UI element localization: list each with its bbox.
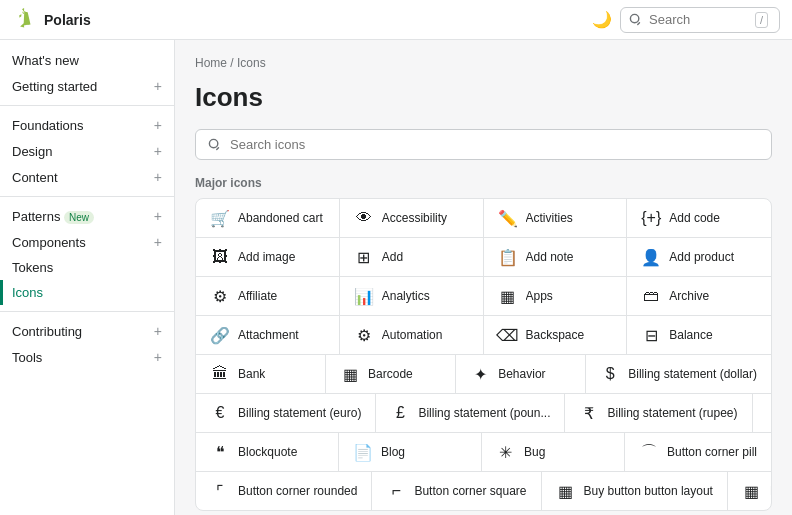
billing-statement-pound-icon: £ [390, 403, 410, 423]
icon-label: Buy button button layout [584, 484, 713, 498]
icon-label: Billing statement (dollar) [628, 367, 757, 381]
sidebar-item-components[interactable]: Components + [0, 229, 174, 255]
icon-label: Abandoned cart [238, 211, 323, 225]
barcode-icon: ▦ [340, 364, 360, 384]
button-corner-pill-icon: ⌒ [639, 442, 659, 462]
icon-cell-button-corner-square[interactable]: ⌐ Button corner square [372, 472, 541, 510]
icon-label: Add note [526, 250, 574, 264]
sidebar-item-contributing[interactable]: Contributing + [0, 318, 174, 344]
sidebar-item-label: Tokens [12, 260, 53, 275]
billing-statement-rupee-icon: ₹ [579, 403, 599, 423]
expand-icon: + [154, 78, 162, 94]
icon-cell-billing-statement-yen[interactable]: ¥ Billing statement (yen) [753, 394, 772, 432]
add-note-icon: 📋 [498, 247, 518, 267]
icon-label: Behavior [498, 367, 545, 381]
sidebar-divider [0, 105, 174, 106]
icon-label: Bank [238, 367, 265, 381]
button-corner-square-icon: ⌐ [386, 481, 406, 501]
icon-cell-billing-statement-dollar[interactable]: $ Billing statement (dollar) [586, 355, 771, 393]
icon-cell-add-note[interactable]: 📋 Add note [484, 238, 628, 276]
sidebar-item-label: Foundations [12, 118, 84, 133]
icon-cell-activities[interactable]: ✏️ Activities [484, 199, 628, 237]
icon-cell-affiliate[interactable]: ⚙ Affiliate [196, 277, 340, 315]
icon-cell-apps[interactable]: ▦ Apps [484, 277, 628, 315]
icon-cell-billing-statement-rupee[interactable]: ₹ Billing statement (rupee) [565, 394, 752, 432]
icon-label: Activities [526, 211, 573, 225]
icon-cell-button-corner-pill[interactable]: ⌒ Button corner pill [625, 433, 771, 471]
sidebar-item-patterns[interactable]: Patterns New + [0, 203, 174, 229]
bank-icon: 🏛 [210, 364, 230, 384]
icon-cell-analytics[interactable]: 📊 Analytics [340, 277, 484, 315]
sidebar-item-design[interactable]: Design + [0, 138, 174, 164]
global-search[interactable]: / [620, 7, 780, 33]
breadcrumb-home[interactable]: Home [195, 56, 227, 70]
sidebar-item-content[interactable]: Content + [0, 164, 174, 190]
blockquote-icon: ❝ [210, 442, 230, 462]
main-content: Home / Icons Icons Major icons 🛒 Abandon… [175, 40, 792, 515]
expand-icon: + [154, 208, 162, 224]
add-code-icon: {+} [641, 208, 661, 228]
icon-cell-button-corner-rounded[interactable]: ⌜ Button corner rounded [196, 472, 372, 510]
icon-label: Billing statement (poun... [418, 406, 550, 420]
icon-cell-billing-statement-pound[interactable]: £ Billing statement (poun... [376, 394, 565, 432]
icon-cell-automation[interactable]: ⚙ Automation [340, 316, 484, 354]
icon-cell-backspace[interactable]: ⌫ Backspace [484, 316, 628, 354]
icon-cell-accessibility[interactable]: 👁 Accessibility [340, 199, 484, 237]
icon-cell-add[interactable]: ⊞ Add [340, 238, 484, 276]
icon-label: Button corner pill [667, 445, 757, 459]
sidebar-item-icons[interactable]: Icons [0, 280, 174, 305]
icons-row: 🛒 Abandoned cart 👁 Accessibility ✏️ Acti… [196, 199, 771, 238]
billing-statement-yen-icon: ¥ [767, 403, 772, 423]
sidebar-item-whats-new[interactable]: What's new [0, 48, 174, 73]
bug-icon: ✳ [496, 442, 516, 462]
icons-row: 🖼 Add image ⊞ Add 📋 Add note 👤 Add produ… [196, 238, 771, 277]
icon-search-input[interactable] [230, 137, 759, 152]
sidebar-item-getting-started[interactable]: Getting started + [0, 73, 174, 99]
icon-cell-add-image[interactable]: 🖼 Add image [196, 238, 340, 276]
icon-label: Add product [669, 250, 734, 264]
icon-label: Add image [238, 250, 295, 264]
icon-search-bar[interactable] [195, 129, 772, 160]
icons-grid: 🛒 Abandoned cart 👁 Accessibility ✏️ Acti… [195, 198, 772, 511]
icon-cell-abandoned-cart[interactable]: 🛒 Abandoned cart [196, 199, 340, 237]
billing-statement-dollar-icon: $ [600, 364, 620, 384]
archive-icon: 🗃 [641, 286, 661, 306]
icon-cell-blockquote[interactable]: ❝ Blockquote [196, 433, 339, 471]
automation-icon: ⚙ [354, 325, 374, 345]
theme-toggle-button[interactable]: 🌙 [592, 10, 612, 29]
icons-row: ⚙ Affiliate 📊 Analytics ▦ Apps 🗃 Archive [196, 277, 771, 316]
icon-cell-bug[interactable]: ✳ Bug [482, 433, 625, 471]
icon-cell-add-code[interactable]: {+} Add code [627, 199, 771, 237]
blog-icon: 📄 [353, 442, 373, 462]
icons-row: 🔗 Attachment ⚙ Automation ⌫ Backspace ⊟ … [196, 316, 771, 355]
icon-label: Analytics [382, 289, 430, 303]
icon-cell-bank[interactable]: 🏛 Bank [196, 355, 326, 393]
expand-icon: + [154, 117, 162, 133]
icon-cell-barcode[interactable]: ▦ Barcode [326, 355, 456, 393]
behavior-icon: ✦ [470, 364, 490, 384]
sidebar-item-foundations[interactable]: Foundations + [0, 112, 174, 138]
icon-cell-archive[interactable]: 🗃 Archive [627, 277, 771, 315]
apps-icon: ▦ [498, 286, 518, 306]
sidebar-item-tools[interactable]: Tools + [0, 344, 174, 370]
shopify-logo-icon [12, 8, 36, 32]
global-search-input[interactable] [649, 12, 749, 27]
icon-cell-behavior[interactable]: ✦ Behavior [456, 355, 586, 393]
sidebar-item-tokens[interactable]: Tokens [0, 255, 174, 280]
icon-cell-billing-statement-euro[interactable]: € Billing statement (euro) [196, 394, 376, 432]
icon-cell-buy-button-button-layout[interactable]: ▦ Buy button button layout [542, 472, 728, 510]
icon-cell-add-product[interactable]: 👤 Add product [627, 238, 771, 276]
balance-icon: ⊟ [641, 325, 661, 345]
icon-cell-balance[interactable]: ⊟ Balance [627, 316, 771, 354]
icon-label: Backspace [526, 328, 585, 342]
icon-label: Archive [669, 289, 709, 303]
topbar: Polaris 🌙 / [0, 0, 792, 40]
expand-icon: + [154, 349, 162, 365]
icon-cell-blog[interactable]: 📄 Blog [339, 433, 482, 471]
backspace-icon: ⌫ [498, 325, 518, 345]
sidebar-divider [0, 196, 174, 197]
sidebar-divider [0, 311, 174, 312]
brand-name: Polaris [44, 12, 91, 28]
icon-cell-buy-button-horizontal[interactable]: ▦ Buy button horizontal l... [728, 472, 772, 510]
icon-cell-attachment[interactable]: 🔗 Attachment [196, 316, 340, 354]
